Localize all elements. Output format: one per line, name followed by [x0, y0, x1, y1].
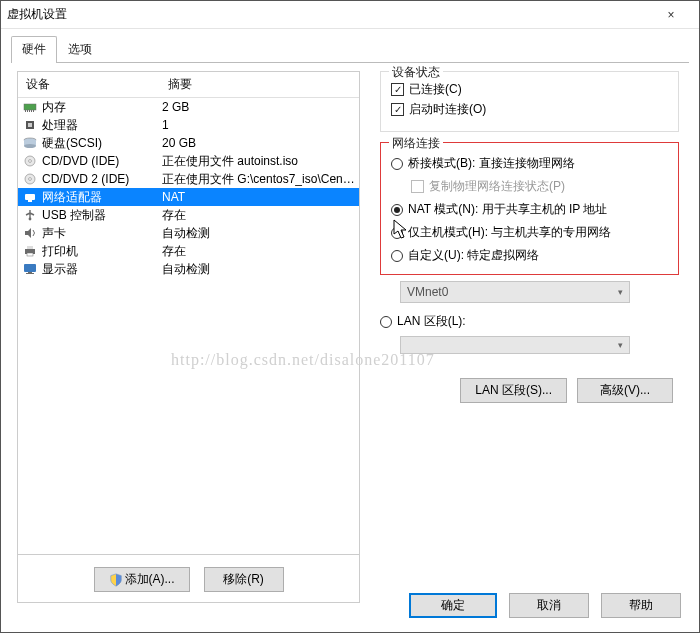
device-summary: 存在	[162, 207, 355, 224]
sound-icon	[22, 226, 38, 240]
radio-lan-segment[interactable]: LAN 区段(L):	[380, 313, 679, 330]
table-row[interactable]: CD/DVD 2 (IDE)正在使用文件 G:\centos7_iso\Cent…	[18, 170, 359, 188]
table-row[interactable]: USB 控制器存在	[18, 206, 359, 224]
tab-options[interactable]: 选项	[57, 36, 103, 63]
svg-rect-16	[28, 200, 32, 202]
device-summary: 自动检测	[162, 225, 355, 242]
table-row[interactable]: 处理器1	[18, 116, 359, 134]
svg-rect-19	[27, 246, 33, 249]
col-header-summary[interactable]: 摘要	[160, 72, 359, 97]
checkbox-replicate: 复制物理网络连接状态(P)	[411, 178, 668, 195]
cd-icon	[22, 172, 38, 186]
network-icon	[22, 190, 38, 204]
device-table: 设备 摘要 内存2 GB处理器1硬盘(SCSI)20 GBCD/DVD (IDE…	[17, 71, 360, 554]
table-row[interactable]: 声卡自动检测	[18, 224, 359, 242]
device-summary: 自动检测	[162, 261, 355, 278]
checkmark-icon: ✓	[391, 83, 404, 96]
tab-bar: 硬件 选项	[11, 35, 689, 63]
custom-network-select: VMnet0 ▾	[400, 281, 630, 303]
svg-rect-2	[27, 110, 28, 112]
device-name: USB 控制器	[42, 207, 162, 224]
checkbox-connect-at-power-on[interactable]: ✓ 启动时连接(O)	[391, 101, 668, 118]
cd-icon	[22, 154, 38, 168]
advanced-button[interactable]: 高级(V)...	[577, 378, 673, 403]
device-summary: NAT	[162, 190, 355, 204]
chevron-down-icon: ▾	[618, 340, 623, 350]
device-name: 处理器	[42, 117, 162, 134]
device-summary: 2 GB	[162, 100, 355, 114]
network-legend: 网络连接	[389, 135, 443, 152]
device-name: 打印机	[42, 243, 162, 260]
table-row[interactable]: 硬盘(SCSI)20 GB	[18, 134, 359, 152]
table-row[interactable]: 显示器自动检测	[18, 260, 359, 278]
svg-rect-3	[29, 110, 30, 112]
checkmark-icon: ✓	[391, 103, 404, 116]
radio-hostonly[interactable]: 仅主机模式(H): 与主机共享的专用网络	[391, 224, 668, 241]
table-row[interactable]: CD/DVD (IDE)正在使用文件 autoinst.iso	[18, 152, 359, 170]
close-icon: ×	[667, 8, 674, 22]
device-summary: 20 GB	[162, 136, 355, 150]
device-status-group: 设备状态 ✓ 已连接(C) ✓ 启动时连接(O)	[380, 71, 679, 132]
window-title: 虚拟机设置	[7, 6, 649, 23]
device-table-header: 设备 摘要	[18, 72, 359, 98]
svg-point-12	[29, 160, 32, 163]
radio-icon	[380, 316, 392, 328]
svg-rect-22	[28, 272, 32, 273]
device-summary: 1	[162, 118, 355, 132]
table-row[interactable]: 打印机存在	[18, 242, 359, 260]
table-row[interactable]: 网络适配器NAT	[18, 188, 359, 206]
svg-rect-4	[31, 110, 32, 112]
radio-custom[interactable]: 自定义(U): 特定虚拟网络	[391, 247, 668, 264]
radio-icon	[391, 227, 403, 239]
network-connection-group: 网络连接 桥接模式(B): 直接连接物理网络 复制物理网络连接状态(P) NAT…	[380, 142, 679, 275]
cancel-button[interactable]: 取消	[509, 593, 589, 618]
svg-rect-15	[25, 194, 35, 200]
printer-icon	[22, 244, 38, 258]
help-button[interactable]: 帮助	[601, 593, 681, 618]
svg-rect-1	[25, 110, 26, 112]
display-icon	[22, 262, 38, 276]
svg-point-10	[24, 144, 36, 148]
svg-point-17	[29, 218, 32, 221]
device-name: 显示器	[42, 261, 162, 278]
device-summary: 正在使用文件 autoinst.iso	[162, 153, 355, 170]
device-name: 网络适配器	[42, 189, 162, 206]
tab-hardware[interactable]: 硬件	[11, 36, 57, 63]
device-name: CD/DVD (IDE)	[42, 154, 162, 168]
radio-bridged[interactable]: 桥接模式(B): 直接连接物理网络	[391, 155, 668, 172]
svg-point-14	[29, 178, 32, 181]
radio-icon	[391, 250, 403, 262]
col-header-device[interactable]: 设备	[18, 72, 160, 97]
disk-icon	[22, 136, 38, 150]
table-row[interactable]: 内存2 GB	[18, 98, 359, 116]
close-button[interactable]: ×	[649, 1, 693, 29]
checkbox-icon	[411, 180, 424, 193]
radio-nat[interactable]: NAT 模式(N): 用于共享主机的 IP 地址	[391, 201, 668, 218]
device-summary: 正在使用文件 G:\centos7_iso\Cent...	[162, 171, 355, 188]
usb-icon	[22, 208, 38, 222]
device-summary: 存在	[162, 243, 355, 260]
svg-rect-20	[27, 253, 33, 256]
device-name: 声卡	[42, 225, 162, 242]
radio-icon	[391, 204, 403, 216]
device-name: 内存	[42, 99, 162, 116]
cpu-icon	[22, 118, 38, 132]
svg-rect-23	[26, 273, 34, 274]
device-status-legend: 设备状态	[389, 64, 443, 81]
device-name: CD/DVD 2 (IDE)	[42, 172, 162, 186]
ok-button[interactable]: 确定	[409, 593, 497, 618]
chevron-down-icon: ▾	[618, 287, 623, 297]
svg-rect-0	[24, 104, 36, 110]
dialog-footer: 确定 取消 帮助	[409, 593, 681, 618]
remove-button[interactable]: 移除(R)	[204, 567, 284, 592]
svg-rect-21	[24, 264, 36, 272]
lan-segment-select: ▾	[400, 336, 630, 354]
titlebar: 虚拟机设置 ×	[1, 1, 699, 29]
device-name: 硬盘(SCSI)	[42, 135, 162, 152]
radio-icon	[391, 158, 403, 170]
svg-rect-7	[28, 123, 32, 127]
add-button[interactable]: 添加(A)...	[94, 567, 190, 592]
svg-rect-5	[33, 110, 34, 112]
checkbox-connected[interactable]: ✓ 已连接(C)	[391, 81, 668, 98]
lan-segments-button[interactable]: LAN 区段(S)...	[460, 378, 567, 403]
